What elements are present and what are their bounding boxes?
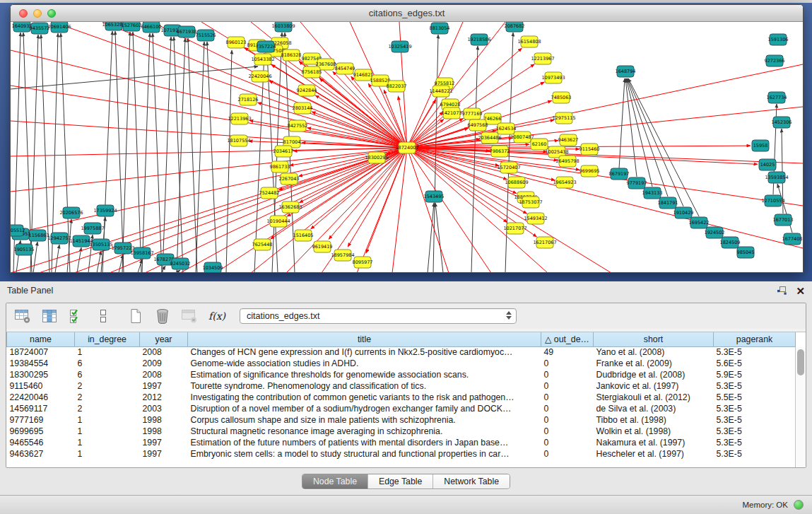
graph-node[interactable]: 2034617	[273, 146, 294, 157]
graph-node[interactable]: 7524482	[259, 187, 280, 199]
table-cell[interactable]: Nakamura et al. (1997)	[594, 437, 714, 448]
table-cell[interactable]: 9115460	[7, 380, 75, 392]
graph-node[interactable]: 9779197	[627, 177, 647, 189]
table-cell[interactable]: 0	[541, 414, 594, 426]
table-cell[interactable]: 5.3E-5	[714, 426, 796, 437]
graph-node[interactable]: 8427552	[288, 120, 308, 132]
table-cell[interactable]: 1	[75, 448, 140, 460]
graph-node[interactable]: 13505135	[89, 239, 112, 250]
graph-node[interactable]: 8095977	[353, 257, 373, 268]
table-cell[interactable]: 18300295	[7, 369, 75, 380]
graph-node[interactable]: 18724007	[395, 142, 418, 153]
graph-node[interactable]: 10973493	[541, 72, 565, 83]
graph-node[interactable]: 1516405	[293, 230, 314, 241]
table-cell[interactable]: Disruption of a novel member of a sodium…	[188, 403, 541, 414]
column-visibility-button[interactable]	[39, 307, 60, 325]
column-header-title[interactable]: title	[188, 332, 541, 346]
table-cell[interactable]: Dudbridge et al. (2008)	[594, 369, 714, 380]
table-cell[interactable]: Tibbo et al. (1998)	[594, 414, 714, 426]
graph-node[interactable]: 1677013	[773, 214, 794, 226]
graph-node[interactable]: 10688609	[505, 177, 528, 188]
graph-node[interactable]: 19654923	[553, 177, 576, 188]
graph-node[interactable]: 2803144	[293, 103, 313, 114]
table-cell[interactable]: 1998	[140, 426, 188, 437]
graph-node[interactable]: 8822037	[387, 81, 407, 92]
table-cell[interactable]: 1998	[140, 414, 188, 426]
network-window-titlebar[interactable]: citations_edges.txt	[11, 5, 803, 22]
table-cell[interactable]: 6	[75, 358, 140, 369]
table-selector-dropdown[interactable]: citations_edges.txt	[240, 308, 517, 324]
graph-node[interactable]: 18753077	[519, 197, 542, 208]
function-builder-button[interactable]: f(x)	[206, 307, 230, 325]
table-options-button[interactable]	[12, 307, 33, 325]
graph-node[interactable]: 8813054	[430, 23, 450, 34]
table-cell[interactable]: 5.9E-5	[714, 369, 796, 380]
graph-node[interactable]: 14025	[759, 159, 776, 170]
table-cell[interactable]: Yano et al. (2008)	[594, 346, 714, 358]
graph-node[interactable]: 12975115	[552, 112, 575, 124]
table-cell[interactable]: 2009	[140, 358, 188, 369]
table-cell[interactable]: 14569117	[7, 403, 75, 414]
graph-node[interactable]: 1624534	[496, 123, 517, 134]
graph-node[interactable]: 6466100	[141, 22, 162, 33]
table-row[interactable]: 911546021997Tourette syndrome. Phenomeno…	[7, 380, 796, 392]
tab-network-table[interactable]: Network Table	[433, 474, 510, 489]
table-cell[interactable]: 5.3E-5	[714, 414, 796, 426]
graph-node[interactable]: 15958	[752, 140, 769, 151]
table-cell[interactable]: Structural magnetic resonance image aver…	[188, 426, 541, 437]
graph-node[interactable]: 12213963	[228, 113, 251, 124]
graph-node[interactable]: 1943133	[642, 187, 663, 199]
table-cell[interactable]: Hescheler et al. (1997)	[594, 448, 714, 460]
graph-node[interactable]: 20691406	[47, 22, 71, 33]
table-row[interactable]: 1872400712008Changes of HCN gene express…	[7, 346, 796, 358]
table-cell[interactable]: 9465546	[7, 437, 75, 448]
graph-node[interactable]: 18107554	[227, 135, 250, 146]
table-scrollbar[interactable]	[795, 347, 806, 467]
graph-node[interactable]: 1034509	[203, 262, 223, 273]
graph-node[interactable]: 1527602	[122, 22, 142, 31]
graph-node[interactable]: 8679197	[609, 168, 630, 180]
table-cell[interactable]: Estimation of significance thresholds fo…	[188, 369, 541, 380]
graph-node[interactable]: 9463627	[558, 134, 579, 146]
graph-node[interactable]: 12942757	[47, 233, 71, 244]
table-cell[interactable]: 5.3E-5	[714, 403, 796, 414]
graph-node[interactable]: 1452306	[772, 117, 792, 128]
graph-node[interactable]: 10325419	[388, 41, 411, 52]
graph-node[interactable]: 26495798	[555, 156, 579, 167]
column-header-in_degree[interactable]: in_degree	[75, 332, 140, 346]
graph-node[interactable]: 15720407	[497, 162, 520, 173]
table-cell[interactable]: 0	[541, 426, 594, 437]
graph-node[interactable]: 2087682	[505, 22, 525, 32]
graph-node[interactable]: 9699695	[579, 165, 600, 177]
graph-node[interactable]: 2267043	[279, 173, 300, 185]
table-cell[interactable]: 5.3E-5	[714, 346, 796, 358]
zoom-window-button[interactable]	[47, 9, 56, 18]
graph-node[interactable]: 7357224	[256, 41, 276, 52]
table-row[interactable]: 946554611997Estimation of the future num…	[7, 437, 796, 448]
graph-node[interactable]: 1677408	[782, 233, 803, 245]
graph-node[interactable]: 1543495	[424, 191, 445, 202]
table-row[interactable]: 969969511998Structural magnetic resonanc…	[7, 426, 796, 437]
table-cell[interactable]: Tourette syndrome. Phenomenology and cla…	[188, 380, 541, 392]
delete-column-button[interactable]	[152, 307, 173, 325]
graph-node[interactable]: 10217077	[503, 223, 526, 234]
graph-node[interactable]: 1421073	[442, 107, 462, 119]
table-cell[interactable]: Embryonic stem cells: a model to study s…	[188, 448, 541, 460]
graph-node[interactable]: 1591306	[768, 34, 789, 45]
graph-node[interactable]: 16154808	[517, 36, 541, 47]
table-cell[interactable]: 9699695	[7, 426, 75, 437]
table-cell[interactable]: 0	[541, 437, 594, 448]
table-cell[interactable]: 5.3E-5	[714, 437, 796, 448]
table-cell[interactable]: Changes of HCN gene expression and I(f) …	[188, 346, 541, 358]
graph-node[interactable]: 1824509	[720, 237, 741, 248]
table-cell[interactable]: 2	[75, 392, 140, 403]
graph-node[interactable]: 7625448	[252, 239, 273, 250]
table-row[interactable]: 1938455462009Genome-wide association stu…	[7, 358, 796, 369]
column-header-out_de[interactable]: △ out_de…	[541, 332, 594, 346]
column-header-short[interactable]: short	[594, 332, 714, 346]
table-cell[interactable]: Franke et al. (2009)	[594, 358, 714, 369]
graph-node[interactable]: 16362683	[278, 201, 302, 213]
table-row[interactable]: 2242004622012Investigating the contribut…	[7, 392, 796, 403]
table-cell[interactable]: 0	[541, 380, 594, 392]
table-row[interactable]: 1456911722003Disruption of a novel membe…	[7, 403, 796, 414]
